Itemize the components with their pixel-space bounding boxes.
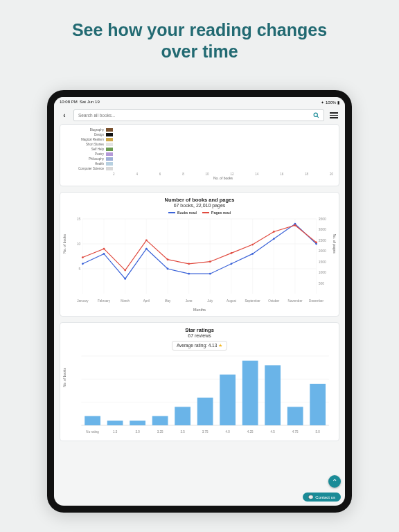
svg-point-45 (209, 273, 211, 275)
menu-button[interactable] (328, 112, 339, 118)
svg-point-39 (82, 263, 84, 265)
svg-rect-73 (152, 416, 168, 425)
svg-point-46 (231, 263, 233, 265)
svg-text:December: December (309, 299, 323, 303)
genre-row: Biography (66, 127, 333, 132)
svg-point-40 (103, 253, 105, 255)
svg-text:June: June (186, 299, 193, 303)
average-rating-pill: Average rating: 4.13 ★ (172, 341, 227, 351)
chart-title: Star ratings (66, 327, 333, 333)
genre-row: Poetry (66, 152, 333, 157)
svg-point-48 (273, 238, 275, 240)
svg-text:3.5: 3.5 (180, 430, 185, 434)
scroll-content[interactable]: Biography Design Magical Realism Short S… (54, 124, 345, 506)
svg-point-54 (145, 239, 148, 241)
y-axis-right-label: No. of pages (332, 233, 337, 253)
back-button[interactable]: ‹ (60, 112, 69, 119)
search-field-wrap[interactable] (73, 109, 324, 121)
svg-point-62 (315, 242, 317, 244)
contact-us-button[interactable]: 💬 Contact us (303, 493, 341, 502)
svg-point-44 (188, 273, 190, 275)
genre-label: Poetry (66, 152, 104, 156)
search-input[interactable] (78, 113, 313, 118)
search-icon (313, 112, 319, 118)
chart-title: Number of books and pages (66, 197, 333, 203)
svg-text:February: February (98, 299, 111, 303)
genre-swatch (106, 162, 113, 166)
svg-rect-67 (85, 416, 100, 425)
genre-row: Philosophy (66, 157, 333, 161)
genre-swatch (106, 133, 113, 136)
hero-title: See how your reading changesover time (0, 0, 399, 71)
svg-rect-71 (130, 420, 145, 425)
ratings-card: Star ratings 67 reviews Average rating: … (60, 322, 339, 441)
svg-rect-75 (175, 407, 190, 425)
svg-text:3.25: 3.25 (157, 430, 163, 434)
svg-text:15: 15 (77, 217, 81, 221)
genre-card: Biography Design Magical Realism Short S… (60, 124, 339, 186)
pages-books-card: Number of books and pages 67 books, 22,0… (60, 192, 339, 317)
scroll-top-button[interactable]: ⌃ (328, 475, 341, 488)
svg-point-56 (188, 263, 190, 265)
genre-label: Self Help (66, 148, 104, 151)
svg-text:April: April (143, 299, 150, 303)
svg-rect-87 (310, 384, 326, 425)
svg-rect-83 (265, 365, 281, 425)
genre-label: Biography (66, 128, 104, 132)
svg-point-52 (103, 248, 105, 250)
chart-legend: Books read Pages read (66, 211, 333, 215)
svg-rect-79 (220, 375, 236, 425)
chat-icon: 💬 (308, 495, 313, 499)
svg-text:November: November (287, 299, 302, 303)
genre-swatch (106, 167, 113, 170)
svg-text:No rating: No rating (86, 430, 99, 434)
genre-label: Philosophy (66, 157, 104, 161)
svg-text:5.0: 5.0 (315, 430, 320, 434)
svg-text:3500: 3500 (319, 217, 326, 221)
svg-text:500: 500 (319, 281, 325, 285)
genre-label: Short Stories (66, 143, 104, 146)
svg-text:August: August (227, 299, 237, 303)
rating-bar-chart: No. of books No rating1.53.03.253.53.754… (66, 353, 333, 436)
star-icon: ★ (218, 343, 222, 348)
genre-row: Short Stories (66, 142, 333, 147)
svg-point-59 (251, 244, 254, 246)
topbar: ‹ (54, 107, 345, 124)
svg-text:5: 5 (79, 267, 81, 271)
svg-point-61 (294, 224, 296, 227)
menu-icon (330, 112, 338, 114)
svg-text:1000: 1000 (319, 270, 326, 274)
genre-label: Design (66, 133, 104, 136)
svg-rect-85 (287, 407, 303, 425)
svg-rect-77 (197, 398, 213, 425)
svg-text:September: September (245, 299, 261, 303)
genre-row: Computer Science (66, 166, 333, 171)
chevron-up-icon: ⌃ (332, 478, 337, 486)
svg-text:4.5: 4.5 (270, 430, 275, 434)
svg-line-1 (317, 116, 319, 118)
genre-label: Computer Science (66, 167, 104, 170)
y-axis-left-label: No. of books (62, 234, 66, 254)
tablet-frame: 10:08 PM Sat Jun 19 ✦ 100% ▮ ‹ Biography… (47, 90, 352, 513)
genre-swatch (106, 148, 113, 151)
svg-text:January: January (77, 299, 89, 303)
x-axis-label: Months (66, 308, 333, 312)
genre-x-label: No. of books (113, 176, 333, 180)
svg-point-58 (231, 252, 233, 254)
svg-text:10: 10 (77, 242, 81, 246)
svg-text:3000: 3000 (319, 227, 326, 231)
svg-rect-81 (242, 361, 258, 425)
svg-text:May: May (165, 299, 171, 303)
svg-text:1.5: 1.5 (113, 430, 118, 434)
svg-point-51 (82, 256, 84, 258)
statusbar: 10:08 PM Sat Jun 19 ✦ 100% ▮ (54, 97, 345, 107)
svg-point-43 (167, 268, 169, 270)
svg-point-0 (314, 113, 317, 116)
svg-point-55 (167, 258, 169, 260)
y-axis-label: No. of books (62, 368, 66, 387)
genre-swatch (106, 128, 113, 132)
genre-label: Health (66, 162, 104, 166)
svg-point-47 (251, 253, 254, 255)
svg-text:2500: 2500 (319, 238, 326, 242)
svg-text:4.75: 4.75 (292, 430, 299, 434)
